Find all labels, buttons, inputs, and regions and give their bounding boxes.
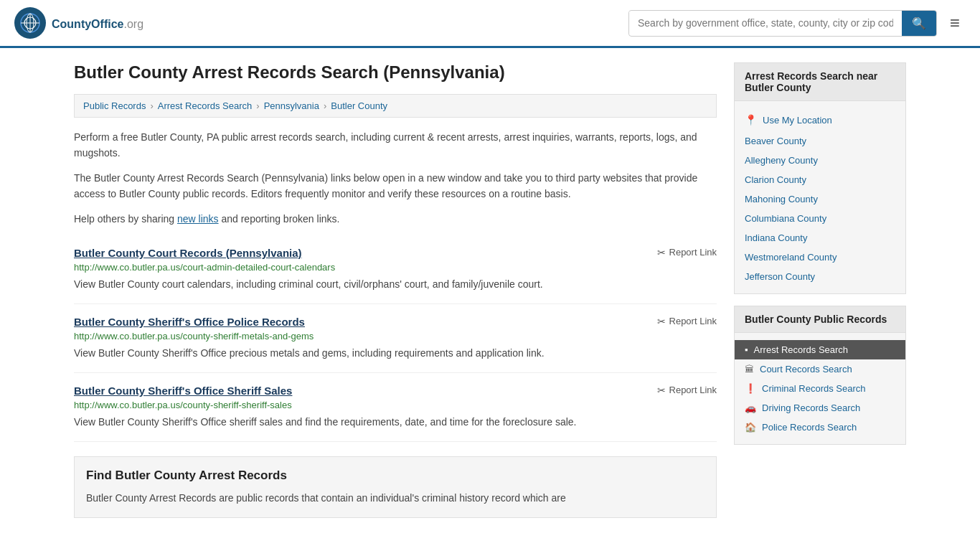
public-records-icon-3: 🚗 <box>745 402 756 413</box>
main-container: Butler County Arrest Records Search (Pen… <box>60 48 920 532</box>
nearby-county-0[interactable]: Beaver County <box>735 131 905 151</box>
record-entry-0: Butler County Court Records (Pennsylvani… <box>74 235 717 304</box>
use-my-location[interactable]: 📍 Use My Location <box>735 108 905 131</box>
record-title-0[interactable]: Butler County Court Records (Pennsylvani… <box>74 247 302 259</box>
record-url-2[interactable]: http://www.co.butler.pa.us/county-sherif… <box>74 400 717 410</box>
public-records-icon-4: 🏠 <box>745 422 756 433</box>
report-link-1[interactable]: ✂ Report Link <box>657 316 717 327</box>
find-section-title: Find Butler County Arrest Records <box>86 468 705 483</box>
nearby-counties-links: 📍 Use My Location Beaver CountyAllegheny… <box>735 101 905 293</box>
nearby-county-2[interactable]: Clarion County <box>735 170 905 189</box>
record-entry-2: Butler County Sheriff's Office Sheriff S… <box>74 373 717 442</box>
find-section-text: Butler County Arrest Records are public … <box>86 490 705 506</box>
breadcrumb-sep-2: › <box>256 100 259 111</box>
public-records-link-4[interactable]: 🏠Police Records Search <box>735 418 905 437</box>
location-icon: 📍 <box>745 114 757 126</box>
report-link-0[interactable]: ✂ Report Link <box>657 247 717 258</box>
public-records-list: ▪Arrest Records Search🏛Court Records Sea… <box>735 340 905 437</box>
public-records-icon-1: 🏛 <box>745 364 754 375</box>
description-area: Perform a free Butler County, PA public … <box>74 129 717 227</box>
nearby-counties-list: Beaver CountyAllegheny CountyClarion Cou… <box>735 131 905 286</box>
description-3-suffix: and reporting broken links. <box>221 213 339 225</box>
record-desc-0: View Butler County court calendars, incl… <box>74 277 717 292</box>
breadcrumb: Public Records › Arrest Records Search ›… <box>74 94 717 118</box>
public-records-section: Butler County Public Records ▪Arrest Rec… <box>734 306 906 445</box>
record-entry-1: Butler County Sheriff's Office Police Re… <box>74 304 717 373</box>
record-desc-2: View Butler County Sheriff's Office sher… <box>74 415 717 430</box>
description-3-prefix: Help others by sharing <box>74 213 174 225</box>
record-url-0[interactable]: http://www.co.butler.pa.us/court-admin-d… <box>74 262 717 273</box>
record-header-2: Butler County Sheriff's Office Sheriff S… <box>74 385 717 397</box>
nearby-county-3[interactable]: Mahoning County <box>735 189 905 209</box>
new-links-link[interactable]: new links <box>177 213 219 225</box>
sidebar: Arrest Records Search near Butler County… <box>734 62 906 518</box>
report-link-2[interactable]: ✂ Report Link <box>657 385 717 396</box>
public-records-icon-2: ❗ <box>745 383 756 394</box>
public-records-icon-0: ▪ <box>745 344 748 355</box>
scissors-icon-1: ✂ <box>657 316 666 327</box>
public-records-link-0[interactable]: ▪Arrest Records Search <box>735 340 905 359</box>
record-title-2[interactable]: Butler County Sheriff's Office Sheriff S… <box>74 385 292 397</box>
scissors-icon-0: ✂ <box>657 247 666 258</box>
nearby-county-4[interactable]: Columbiana County <box>735 209 905 228</box>
description-3: Help others by sharing new links and rep… <box>74 211 717 227</box>
records-list: Butler County Court Records (Pennsylvani… <box>74 235 717 442</box>
breadcrumb-butler-county[interactable]: Butler County <box>331 100 387 111</box>
public-records-links: ▪Arrest Records Search🏛Court Records Sea… <box>735 333 905 444</box>
public-records-title: Butler County Public Records <box>735 306 905 333</box>
breadcrumb-arrest-records[interactable]: Arrest Records Search <box>158 100 253 111</box>
site-header: CountyOffice.org 🔍 ≡ <box>0 0 980 48</box>
search-button[interactable]: 🔍 <box>902 11 936 36</box>
description-2: The Butler County Arrest Records Search … <box>74 170 717 202</box>
search-icon: 🔍 <box>912 17 926 29</box>
record-desc-1: View Butler County Sheriff's Office prec… <box>74 346 717 361</box>
record-header-0: Butler County Court Records (Pennsylvani… <box>74 247 717 259</box>
public-records-link-2[interactable]: ❗Criminal Records Search <box>735 379 905 398</box>
search-bar: 🔍 <box>628 10 937 37</box>
breadcrumb-sep-3: › <box>324 100 326 111</box>
record-url-1[interactable]: http://www.co.butler.pa.us/county-sherif… <box>74 331 717 342</box>
logo-wordmark: CountyOffice.org <box>52 15 143 32</box>
record-title-1[interactable]: Butler County Sheriff's Office Police Re… <box>74 316 305 328</box>
description-1: Perform a free Butler County, PA public … <box>74 129 717 161</box>
nearby-county-6[interactable]: Westmoreland County <box>735 248 905 267</box>
content-area: Butler County Arrest Records Search (Pen… <box>74 62 717 518</box>
breadcrumb-sep-1: › <box>150 100 153 111</box>
record-header-1: Butler County Sheriff's Office Police Re… <box>74 316 717 328</box>
logo[interactable]: CountyOffice.org <box>14 7 143 39</box>
nearby-county-5[interactable]: Indiana County <box>735 228 905 248</box>
find-section: Find Butler County Arrest Records Butler… <box>74 456 717 518</box>
breadcrumb-pennsylvania[interactable]: Pennsylvania <box>264 100 319 111</box>
logo-icon <box>14 7 46 39</box>
header-right: 🔍 ≡ <box>628 10 966 37</box>
nearby-counties-section: Arrest Records Search near Butler County… <box>734 62 906 294</box>
use-my-location-label: Use My Location <box>763 115 832 126</box>
nearby-counties-title: Arrest Records Search near Butler County <box>735 63 905 101</box>
public-records-link-1[interactable]: 🏛Court Records Search <box>735 359 905 379</box>
menu-button[interactable]: ≡ <box>944 10 966 36</box>
public-records-link-3[interactable]: 🚗Driving Records Search <box>735 398 905 418</box>
page-title: Butler County Arrest Records Search (Pen… <box>74 62 717 83</box>
breadcrumb-public-records[interactable]: Public Records <box>83 100 146 111</box>
nearby-county-1[interactable]: Allegheny County <box>735 151 905 170</box>
scissors-icon-2: ✂ <box>657 385 666 396</box>
nearby-county-7[interactable]: Jefferson County <box>735 267 905 286</box>
search-input[interactable] <box>629 11 902 34</box>
